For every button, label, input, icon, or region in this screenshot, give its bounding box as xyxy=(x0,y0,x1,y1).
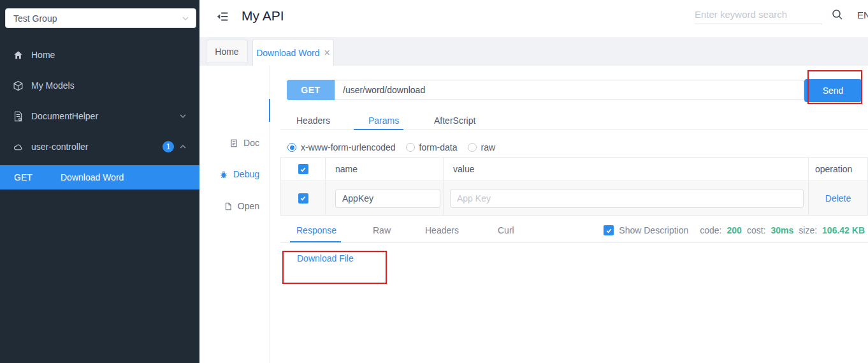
tab-label: Home xyxy=(215,47,238,57)
status-code-value: 200 xyxy=(727,225,742,235)
radio-raw[interactable]: raw xyxy=(468,142,496,152)
method-button[interactable]: GET xyxy=(287,80,335,100)
show-description-label: Show Description xyxy=(619,225,688,235)
radio-label: raw xyxy=(481,142,496,152)
chevron-down-icon xyxy=(179,112,187,120)
sidebar-item-label: user-controller xyxy=(31,142,88,152)
tab-label: Download Word xyxy=(256,48,319,58)
column-header-value: value xyxy=(444,158,809,181)
radio-label: form-data xyxy=(419,142,458,152)
column-header-name: name xyxy=(326,158,444,181)
row-checkbox-cell xyxy=(281,181,326,215)
param-operation-cell: Delete xyxy=(809,181,867,215)
show-description-checkbox[interactable] xyxy=(604,225,614,235)
api-name-label: Download Word xyxy=(61,172,124,182)
top-header: My API EN xyxy=(199,0,868,37)
sidebar-item-documenthelper[interactable]: DocumentHelper xyxy=(0,101,199,131)
radio-dot-icon xyxy=(406,143,415,152)
api-count-badge: 1 xyxy=(163,141,174,152)
document-gear-icon xyxy=(13,111,24,122)
group-select[interactable]: Test Group xyxy=(5,8,196,28)
sidebar-item-my-models[interactable]: My Models xyxy=(0,70,199,101)
url-input[interactable] xyxy=(335,80,804,100)
params-table-header: name value operation xyxy=(281,158,867,181)
api-method-label: GET xyxy=(14,172,40,182)
search-input[interactable] xyxy=(695,5,822,24)
cost-label: cost: xyxy=(747,225,766,235)
code-label: code: xyxy=(700,225,721,235)
api-view-nav: Doc Debug Open xyxy=(199,66,270,363)
tab-headers[interactable]: Headers xyxy=(296,115,330,126)
home-icon xyxy=(13,50,24,61)
checkbox-checked-icon[interactable] xyxy=(298,193,308,204)
workspace-tabstrip: Home Download Word × xyxy=(199,37,868,66)
debug-panel: GET Send Headers Params AfterScript x-ww… xyxy=(270,66,868,363)
tab-raw[interactable]: Raw xyxy=(373,225,391,235)
sidebar: Test Group Home My Models xyxy=(0,0,199,363)
api-debug-app: Test Group Home My Models xyxy=(0,0,868,363)
models-icon xyxy=(13,80,24,91)
download-file-link[interactable]: Download File xyxy=(297,253,354,263)
checkbox-checked-icon[interactable] xyxy=(298,164,308,174)
tab-home[interactable]: Home xyxy=(206,40,248,63)
tab-response-headers[interactable]: Headers xyxy=(425,225,459,235)
chevron-up-icon xyxy=(179,143,187,151)
view-nav-debug[interactable]: Debug xyxy=(219,169,259,179)
tab-afterscript[interactable]: AfterScript xyxy=(434,115,475,126)
sidebar-item-user-controller[interactable]: user-controller 1 xyxy=(0,131,199,162)
params-table-row: Delete xyxy=(281,181,867,215)
size-value: 106.42 KB xyxy=(822,225,865,235)
tab-curl[interactable]: Curl xyxy=(498,225,514,235)
sidebar-item-label: Home xyxy=(31,50,55,60)
radio-label: x-www-form-urlencoded xyxy=(301,142,396,152)
radio-x-www-form-urlencoded[interactable]: x-www-form-urlencoded xyxy=(287,142,396,152)
tab-download-word[interactable]: Download Word × xyxy=(252,39,334,66)
search-icon[interactable] xyxy=(832,9,843,20)
sidebar-item-label: DocumentHelper xyxy=(31,111,98,121)
header-checkbox-cell xyxy=(281,158,326,181)
page-title: My API xyxy=(242,8,284,24)
response-meta: Show Description code: 200 cost: 30ms si… xyxy=(604,225,865,235)
group-select-value: Test Group xyxy=(13,13,57,24)
sidebar-item-home[interactable]: Home xyxy=(0,40,199,70)
tab-response[interactable]: Response xyxy=(296,225,336,235)
active-tab-underline xyxy=(290,241,341,242)
file-icon xyxy=(224,202,233,211)
view-nav-open[interactable]: Open xyxy=(224,201,259,211)
radio-dot-icon xyxy=(287,143,296,152)
radio-form-data[interactable]: form-data xyxy=(406,142,458,152)
view-nav-doc[interactable]: Doc xyxy=(229,138,259,148)
sidebar-api-download-word[interactable]: GET Download Word xyxy=(0,165,199,189)
view-nav-label: Open xyxy=(238,201,259,211)
param-name-input[interactable] xyxy=(335,189,440,208)
body-type-radios: x-www-form-urlencoded form-data raw xyxy=(287,142,505,152)
chevron-down-icon xyxy=(182,15,189,22)
sidebar-item-label: My Models xyxy=(31,80,75,91)
cloud-api-icon xyxy=(13,142,24,152)
bug-icon xyxy=(219,170,228,179)
tab-params[interactable]: Params xyxy=(368,115,399,126)
doc-icon xyxy=(229,138,238,148)
param-name-cell xyxy=(326,181,444,215)
size-label: size: xyxy=(799,225,817,235)
menu-fold-icon[interactable] xyxy=(215,10,229,24)
column-header-operation: operation xyxy=(809,158,867,181)
language-switch[interactable]: EN xyxy=(857,10,868,20)
send-button[interactable]: Send xyxy=(804,79,862,102)
param-value-input[interactable] xyxy=(450,189,804,208)
radio-dot-icon xyxy=(468,143,477,152)
delete-param-link[interactable]: Delete xyxy=(825,193,851,204)
sidebar-nav: Home My Models DocumentHelper xyxy=(0,40,199,162)
tab-divider xyxy=(280,242,868,243)
view-nav-label: Debug xyxy=(233,169,259,179)
view-nav-label: Doc xyxy=(243,138,259,148)
cost-value: 30ms xyxy=(770,225,793,235)
params-table: name value operation Delete xyxy=(280,157,868,216)
param-value-cell xyxy=(444,181,809,215)
active-tab-underline xyxy=(354,129,403,130)
close-icon[interactable]: × xyxy=(324,48,330,58)
